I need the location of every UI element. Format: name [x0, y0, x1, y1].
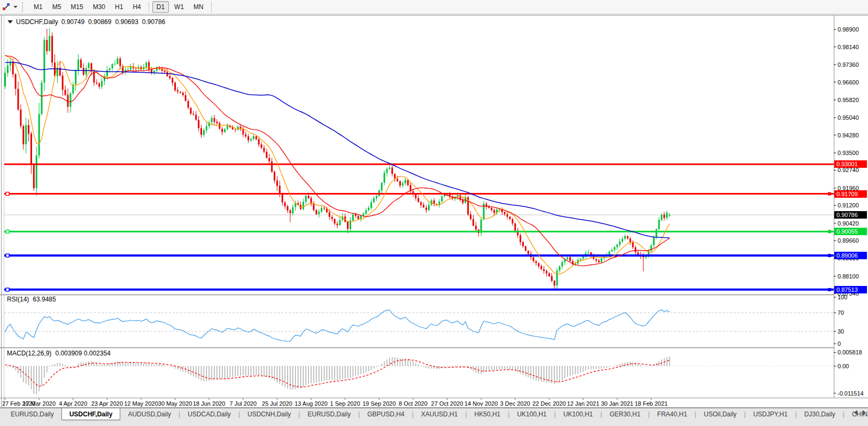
svg-text:0: 0 [838, 340, 841, 347]
date-tick: 14 Nov 2020 [464, 400, 498, 407]
date-tick: 13 Aug 2020 [294, 400, 328, 407]
timeframe-button-h1[interactable]: H1 [111, 1, 127, 13]
chart-tab-usdcad-daily[interactable]: USDCAD,Daily [180, 408, 238, 420]
chart-title: USDCHF,Daily 0.90749 0.90869 0.90693 0.9… [7, 18, 165, 26]
toolbar-grip[interactable] [22, 2, 26, 12]
svg-text:-0.011514: -0.011514 [838, 390, 864, 397]
timeframe-button-w1[interactable]: W1 [170, 1, 188, 13]
date-tick: 18 Feb 2021 [634, 400, 668, 407]
svg-text:0.005818: 0.005818 [838, 349, 862, 355]
macd-values: 0.003909 0.002354 [55, 350, 110, 357]
draw-tool-icon [2, 3, 11, 11]
symbol-label: USDCHF,Daily [16, 18, 58, 26]
timeframe-button-m15[interactable]: M15 [66, 1, 87, 13]
chart-tab-usdcnh-daily[interactable]: USDCNH,Daily [240, 408, 298, 420]
svg-text:0.00: 0.00 [838, 363, 849, 369]
svg-text:0.88100: 0.88100 [838, 273, 859, 280]
date-tick: 7 Jul 2020 [229, 400, 257, 407]
date-tick: 30 May 2020 [158, 400, 192, 407]
price-chart-canvas[interactable]: 0.989000.981400.973600.966000.958200.950… [0, 14, 868, 408]
macd-name: MACD(12,26,9) [7, 350, 51, 357]
chevron-down-icon [13, 6, 18, 8]
date-tick: 23 Apr 2020 [91, 400, 123, 407]
timeframe-button-m30[interactable]: M30 [89, 1, 110, 13]
rsi-name: RSI(14) [7, 296, 29, 303]
chart-tab-gbpusd-h4[interactable]: GBPUSD,H4 [360, 408, 412, 420]
date-tick: 18 Jun 2020 [193, 400, 226, 407]
date-tick: 19 Sep 2020 [362, 400, 396, 407]
svg-text:0.94280: 0.94280 [838, 132, 859, 138]
date-tick: 17 Mar 2020 [22, 400, 56, 407]
hline-price-badge: 0.93001 [834, 160, 867, 168]
hline-price-badge: 0.91709 [834, 190, 867, 198]
date-tick: 25 Jul 2020 [262, 400, 292, 407]
timeframe-button-h4[interactable]: H4 [128, 1, 145, 13]
date-tick: 30 Jan 2021 [601, 400, 633, 407]
current-price-badge: 0.90786 [834, 211, 867, 219]
ohlc-high: 0.90869 [88, 18, 111, 26]
chart-tab-dj30-daily[interactable]: DJ30,Daily [797, 408, 843, 420]
chart-tab-usdchf-daily[interactable]: USDCHF,Daily [61, 408, 121, 420]
svg-text:30: 30 [838, 328, 844, 335]
tab-scroll-right-icon[interactable] [863, 410, 866, 415]
chart-tabs: EURUSD,DailyUSDCHF,DailyAUDUSD,Daily|USD… [3, 408, 868, 420]
ohlc-readout: 0.90749 0.90869 0.90693 0.90786 [61, 18, 166, 26]
hline-price-badge: 0.89006 [834, 252, 867, 259]
ohlc-low: 0.90693 [115, 18, 138, 26]
svg-text:0.93500: 0.93500 [838, 150, 859, 156]
timeframe-button-m1[interactable]: M1 [29, 1, 47, 13]
mt4-terminal: M1M5M15M30H1H4D1W1MN 0.989000.981400.973… [0, 0, 868, 426]
svg-text:0.90420: 0.90420 [838, 220, 859, 227]
svg-text:0.98140: 0.98140 [838, 44, 859, 50]
chart-tab-eurusd-daily[interactable]: EURUSD,Daily [300, 408, 358, 420]
timeframe-button-d1[interactable]: D1 [152, 1, 169, 13]
rsi-indicator-label: RSI(14) 63.9485 [7, 296, 56, 303]
svg-text:0.97360: 0.97360 [838, 61, 859, 68]
svg-text:0.98900: 0.98900 [838, 26, 859, 33]
date-tick: 22 Dec 2020 [532, 400, 565, 407]
timeframe-buttons: M1M5M15M30H1H4D1W1MN [29, 0, 214, 14]
timeframe-button-mn[interactable]: MN [189, 1, 208, 13]
date-tick: 12 Jan 2021 [567, 400, 600, 407]
chart-tab-ger30-h1[interactable]: GER30,H1 [602, 408, 648, 420]
chart-tab-hk50-h1[interactable]: HK50,H1 [467, 408, 508, 420]
chart-tab-uk100-h1[interactable]: UK100,H1 [509, 408, 554, 420]
collapse-indicator-icon [7, 20, 13, 24]
hline-price-badge: 0.90055 [834, 228, 867, 235]
date-tick: 12 May 2020 [124, 400, 158, 407]
rsi-value: 63.9485 [33, 296, 56, 303]
svg-text:70: 70 [838, 309, 844, 316]
svg-text:0.96600: 0.96600 [838, 79, 859, 86]
timeframe-button-m5[interactable]: M5 [48, 1, 66, 13]
svg-text:0.91200: 0.91200 [838, 202, 859, 208]
chart-tab-fra40-h1[interactable]: FRA40,H1 [650, 408, 695, 420]
top-toolbar: M1M5M15M30H1H4D1W1MN [0, 0, 868, 14]
svg-text:0.95040: 0.95040 [838, 114, 859, 121]
ohlc-open: 0.90749 [61, 18, 84, 26]
chart-tab-uk100-h1[interactable]: UK100,H1 [556, 408, 600, 420]
chart-tab-audusd-daily[interactable]: AUDUSD,Daily [120, 408, 179, 420]
macd-indicator-label: MACD(12,26,9) 0.003909 0.002354 [7, 350, 111, 357]
hline-price-badge: 0.87513 [834, 286, 867, 293]
ohlc-close: 0.90786 [142, 18, 165, 26]
chart-tab-bar: EURUSD,DailyUSDCHF,DailyAUDUSD,Daily|USD… [0, 408, 868, 426]
chart-window[interactable]: 0.989000.981400.973600.966000.958200.950… [0, 14, 868, 408]
svg-text:100: 100 [838, 294, 847, 300]
chart-tab-xauusd-h1[interactable]: XAUUSD,H1 [414, 408, 466, 420]
date-tick: 4 Apr 2020 [59, 400, 87, 407]
svg-text:0.95820: 0.95820 [838, 97, 859, 103]
line-studies-button[interactable] [0, 2, 20, 12]
svg-text:0.89660: 0.89660 [838, 237, 859, 244]
date-tick: 1 Sep 2020 [330, 400, 360, 407]
date-tick: 3 Dec 2020 [500, 400, 530, 407]
tab-scroll-left-icon[interactable] [854, 410, 857, 415]
chart-tab-eurusd-daily[interactable]: EURUSD,Daily [3, 408, 61, 420]
tab-scroll-arrows [854, 410, 866, 415]
chart-tab-usdjpy-h1[interactable]: USDJPY,H1 [746, 408, 795, 420]
chart-tab-usoil-daily[interactable]: USOil,Daily [696, 408, 744, 420]
date-tick: 27 Oct 2020 [431, 400, 463, 407]
date-tick: 8 Oct 2020 [399, 400, 428, 407]
